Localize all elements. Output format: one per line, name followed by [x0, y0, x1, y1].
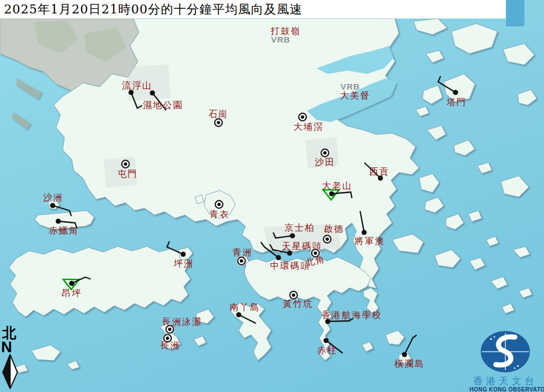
station-dot-icon	[402, 352, 407, 357]
station-label: 濕地公園	[143, 100, 183, 110]
station-label: 大美督	[340, 90, 370, 101]
wind-barb-staff	[328, 321, 349, 321]
island-shape	[392, 234, 424, 253]
island-shape	[513, 246, 530, 258]
station-dot-icon	[236, 312, 241, 317]
station-label: 赤柱	[317, 345, 337, 356]
station-cheung-chau-beach: 長洲泳灘	[162, 316, 202, 334]
wind-barb-tick	[167, 242, 169, 247]
station-label: 西貢	[369, 166, 389, 177]
island-shape	[477, 162, 492, 174]
shek-kwu-chau	[194, 336, 206, 346]
wind-barb-tick	[413, 335, 416, 338]
vrb-wind-label: VRB	[341, 82, 360, 91]
station-dot-icon	[453, 90, 458, 95]
wind-map: 打鼓嶺VRB大美督VRB流浮山濕地公園石崗大埔滘沙田塔門西貢屯門沙洲赤鱲角青衣大…	[0, 0, 544, 392]
station-label: 坪洲	[174, 258, 194, 269]
calm-symbol-dot	[301, 115, 304, 119]
station-label: 青衣	[210, 209, 230, 220]
station-cheung-chau: 長洲	[160, 333, 180, 351]
island-shape	[503, 44, 534, 65]
station-dot-icon	[50, 203, 55, 208]
hko-logo-english: HONG KONG OBSERVATORY	[469, 386, 541, 392]
calm-symbol-dot	[217, 203, 221, 206]
station-dot-icon	[361, 230, 366, 235]
station-dot-icon	[69, 281, 74, 286]
island-shape	[425, 197, 444, 213]
map-title: 2025年1月20日21時00分的十分鐘平均風向及風速	[0, 1, 303, 18]
island-shape	[501, 176, 529, 197]
hko-logo-chinese: 香港天文台	[469, 375, 541, 386]
station-label: 大埔滘	[294, 122, 324, 132]
hko-logo-icon	[475, 330, 536, 375]
island-shape	[486, 236, 499, 246]
island-shape	[67, 361, 80, 370]
lantau-island	[9, 246, 190, 317]
calm-symbol-dot	[168, 328, 171, 331]
calm-symbol-dot	[217, 121, 220, 124]
island-shape	[452, 24, 497, 54]
station-label: 啟德	[324, 223, 344, 234]
wind-barb-staff	[404, 338, 413, 354]
island-shape	[435, 250, 461, 268]
station-dot-icon	[323, 338, 328, 343]
station-label: 京士柏	[285, 222, 315, 233]
island-shape	[426, 50, 444, 63]
island-shape	[419, 174, 439, 193]
calm-symbol-dot	[323, 151, 327, 155]
station-label: 塔門	[447, 97, 467, 108]
station-label: 長洲泳灘	[162, 316, 202, 327]
station-dot-icon	[276, 255, 281, 260]
island-shape	[11, 112, 31, 130]
station-label: 昂坪	[62, 288, 82, 298]
station-label: 中環碼頭	[270, 260, 310, 271]
station-sea-school: 香港航海學校	[322, 310, 382, 324]
map-canvas: 打鼓嶺VRB大美督VRB流浮山濕地公園石崗大埔滘沙田塔門西貢屯門沙洲赤鱲角青衣大…	[0, 0, 544, 392]
island-shape	[422, 85, 443, 104]
calm-symbol-dot	[326, 237, 329, 241]
island-shape	[416, 106, 429, 116]
station-dot-icon	[55, 218, 61, 223]
hko-logo: 香港天文台 HONG KONG OBSERVATORY	[469, 330, 541, 392]
station-dot-icon	[290, 233, 295, 238]
station-label: 黃竹坑	[283, 298, 313, 309]
calm-symbol-dot	[292, 293, 295, 297]
station-label: 流浮山	[122, 80, 152, 91]
station-label: 長洲	[160, 340, 180, 351]
station-dot-icon	[150, 90, 155, 95]
wind-barb-tick	[438, 77, 440, 82]
station-label: 沙洲	[43, 192, 63, 203]
island-shape	[16, 78, 42, 100]
calm-symbol-dot	[314, 251, 317, 255]
island-shape	[362, 342, 373, 352]
station-dot-icon	[180, 251, 185, 256]
island-shape	[454, 140, 475, 156]
island-shape	[518, 90, 537, 105]
station-label: 大老山	[322, 180, 352, 191]
station-label: 將軍澳	[355, 236, 385, 246]
north-arrow-icon	[1, 354, 19, 390]
station-label: 青洲	[233, 247, 253, 258]
island-shape	[427, 125, 446, 140]
station-label: 香港航海學校	[322, 310, 382, 320]
land-layer	[0, 18, 537, 373]
title-bar: 2025年1月20日21時00分的十分鐘平均風向及風速	[0, 0, 508, 18]
station-label: 橫瀾島	[394, 358, 425, 369]
reservoir-patch	[506, 0, 524, 26]
island-shape	[446, 214, 464, 230]
north-compass: 北 N	[1, 326, 24, 390]
compass-north-letter: N	[1, 340, 24, 354]
island-shape	[502, 304, 514, 314]
island-shape	[491, 277, 508, 289]
island-shape	[469, 258, 485, 270]
vrb-wind-label: VRB	[271, 35, 291, 44]
station-label: 石崗	[208, 109, 229, 119]
calm-symbol-dot	[240, 259, 243, 263]
island-shape	[413, 18, 447, 35]
station-label: 屯門	[118, 169, 138, 179]
island-shape	[519, 288, 532, 298]
station-label: 赤鱲角	[49, 225, 79, 236]
station-label: 南丫島	[230, 302, 260, 312]
island-shape	[468, 211, 482, 222]
station-dot-icon	[329, 191, 334, 196]
